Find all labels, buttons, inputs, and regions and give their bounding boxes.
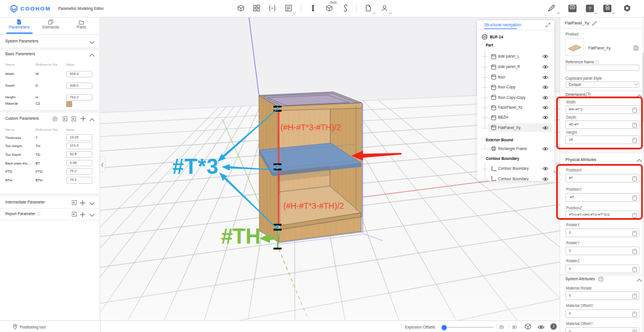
svg-text:#T*3: #T*3	[172, 155, 219, 179]
svg-text:(#H-#T*3-#TH)/2: (#H-#T*3-#TH)/2	[280, 123, 341, 132]
svg-text:#TH: #TH	[221, 224, 261, 248]
svg-text:(#H-#T*3-#TH)/2: (#H-#T*3-#TH)/2	[283, 201, 344, 210]
